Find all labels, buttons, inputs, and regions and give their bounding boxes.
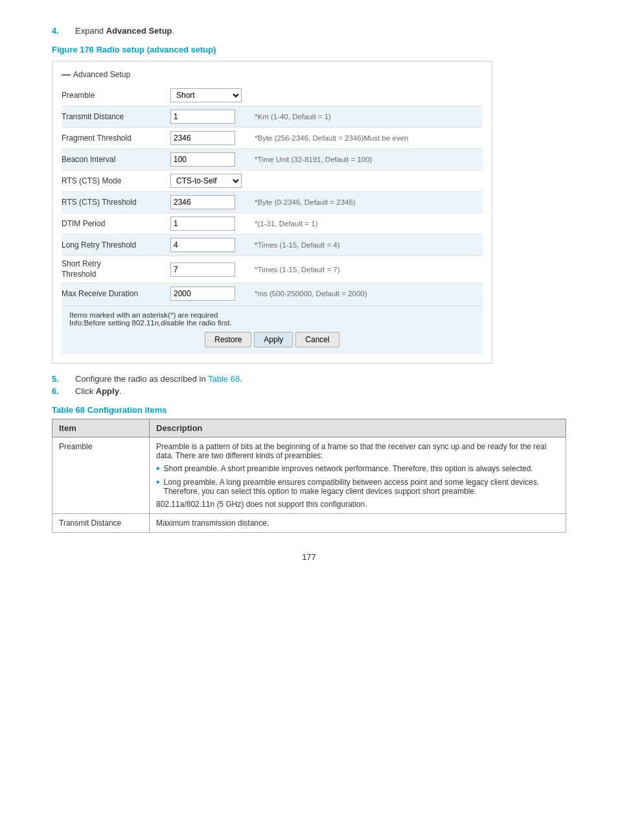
table68-link[interactable]: Table 68 <box>208 374 240 384</box>
preamble-intro: Preamble is a pattern of bits at the beg… <box>156 442 546 460</box>
step-4: 4. Expand Advanced Setup. <box>52 26 566 36</box>
max-receive-duration-input[interactable] <box>170 286 235 301</box>
step-5: 5. Configure the radio as described in T… <box>52 374 566 384</box>
rts-cts-threshold-note: *Byte (0-2346, Default = 2346) <box>249 192 483 213</box>
step-5-number: 5. <box>52 374 71 384</box>
restore-button[interactable]: Restore <box>205 332 251 347</box>
short-retry-threshold-value <box>165 256 249 283</box>
step-6-number: 6. <box>52 386 71 396</box>
long-retry-threshold-value <box>165 235 249 256</box>
rts-cts-threshold-value <box>165 192 249 213</box>
config-transmit-item: Transmit Distance <box>52 514 150 533</box>
advanced-setup-form: Preamble Short Transmit Distance *Km (1-… <box>62 85 483 304</box>
beacon-interval-row: Beacon Interval *Time Unit (32-8191, Def… <box>62 149 483 170</box>
max-receive-duration-label: Max Receive Duration <box>62 283 165 305</box>
apply-button[interactable]: Apply <box>254 332 293 347</box>
rts-cts-mode-value: CTS-to-Self <box>165 170 249 192</box>
transmit-distance-label: Transmit Distance <box>62 106 165 128</box>
rts-cts-mode-note <box>249 170 483 192</box>
column-description: Description <box>150 419 566 438</box>
table-title: Table 68 Configuration items <box>52 405 566 415</box>
beacon-interval-input[interactable] <box>170 152 235 167</box>
button-row: Restore Apply Cancel <box>69 327 475 349</box>
long-retry-threshold-note: *Times (1-15, Default = 4) <box>249 235 483 256</box>
rts-cts-mode-select[interactable]: CTS-to-Self <box>170 174 242 188</box>
transmit-distance-value <box>165 106 249 128</box>
config-preamble-desc: Preamble is a pattern of bits at the beg… <box>150 438 566 514</box>
config-preamble-item: Preamble <box>52 438 150 514</box>
info-line2: Info:Before setting 802.11n,disable the … <box>69 319 475 327</box>
short-retry-threshold-input[interactable] <box>170 262 235 277</box>
advanced-setup-header: — Advanced Setup <box>62 69 483 80</box>
step-6-text: Click Apply. <box>75 386 122 396</box>
beacon-interval-value <box>165 149 249 170</box>
step-4-number: 4. <box>52 26 71 36</box>
info-line1: Items marked with an asterisk(*) are req… <box>69 311 475 319</box>
bullet-icon-2: • <box>156 477 160 487</box>
advanced-setup-box: — Advanced Setup Preamble Short Transmit… <box>52 61 492 364</box>
preamble-note: 802.11a/802.11n (5 GHz) does not support… <box>156 500 559 509</box>
fragment-threshold-row: Fragment Threshold *Byte (256-2346, Defa… <box>62 128 483 149</box>
config-table-header-row: Item Description <box>52 419 566 438</box>
fragment-threshold-label: Fragment Threshold <box>62 128 165 149</box>
long-retry-threshold-label: Long Retry Threshold <box>62 235 165 256</box>
max-receive-duration-row: Max Receive Duration *ms (500-250000, De… <box>62 283 483 305</box>
long-retry-threshold-input[interactable] <box>170 238 235 252</box>
transmit-distance-row: Transmit Distance *Km (1-40, Default = 1… <box>62 106 483 128</box>
long-retry-threshold-row: Long Retry Threshold *Times (1-15, Defau… <box>62 235 483 256</box>
preamble-bullet-1: • Short preamble. A short preamble impro… <box>156 464 559 474</box>
dtim-period-value <box>165 213 249 235</box>
max-receive-duration-value <box>165 283 249 305</box>
fragment-threshold-input[interactable] <box>170 131 235 145</box>
column-item: Item <box>52 419 150 438</box>
short-retry-threshold-note: *Times (1-15, Default = 7) <box>249 256 483 283</box>
step-4-text: Expand Advanced Setup. <box>75 26 174 36</box>
preamble-select[interactable]: Short <box>170 88 242 102</box>
step-6: 6. Click Apply. <box>52 386 566 396</box>
short-retry-threshold-row: Short RetryThreshold *Times (1-15, Defau… <box>62 256 483 283</box>
transmit-distance-input[interactable] <box>170 110 235 124</box>
step-5-text: Configure the radio as described in Tabl… <box>75 374 242 384</box>
figure-title: Figure 176 Radio setup (advanced setup) <box>52 45 566 54</box>
rts-cts-mode-row: RTS (CTS) Mode CTS-to-Self <box>62 170 483 192</box>
preamble-value: Short <box>165 85 249 106</box>
bullet-icon-1: • <box>156 463 160 474</box>
beacon-interval-note: *Time Unit (32-8191, Default = 100) <box>249 149 483 170</box>
rts-cts-threshold-row: RTS (CTS) Threshold *Byte (0-2346, Defau… <box>62 192 483 213</box>
preamble-note <box>249 85 483 106</box>
config-preamble-row: Preamble Preamble is a pattern of bits a… <box>52 438 566 514</box>
short-retry-threshold-label: Short RetryThreshold <box>62 256 165 283</box>
fragment-threshold-note: *Byte (256-2346, Default = 2346)Must be … <box>249 128 483 149</box>
transmit-distance-note: *Km (1-40, Default = 1) <box>249 106 483 128</box>
rts-cts-mode-label: RTS (CTS) Mode <box>62 170 165 192</box>
config-table: Item Description Preamble Preamble is a … <box>52 419 566 533</box>
preamble-bullet-2: • Long preamble. A long preamble ensures… <box>156 478 559 496</box>
preamble-row: Preamble Short <box>62 85 483 106</box>
config-transmit-desc: Maximum transmission distance. <box>150 514 566 533</box>
beacon-interval-label: Beacon Interval <box>62 149 165 170</box>
rts-cts-threshold-input[interactable] <box>170 195 235 209</box>
preamble-bullets: • Short preamble. A short preamble impro… <box>156 464 559 496</box>
collapse-icon[interactable]: — <box>62 69 71 80</box>
dtim-period-label: DTIM Period <box>62 213 165 235</box>
preamble-label: Preamble <box>62 85 165 106</box>
max-receive-duration-note: *ms (500-250000, Default = 2000) <box>249 283 483 305</box>
page-number: 177 <box>52 552 566 562</box>
config-transmit-row: Transmit Distance Maximum transmission d… <box>52 514 566 533</box>
cancel-button[interactable]: Cancel <box>295 332 339 347</box>
dtim-period-note: *(1-31, Default = 1) <box>249 213 483 235</box>
dtim-period-row: DTIM Period *(1-31, Default = 1) <box>62 213 483 235</box>
rts-cts-threshold-label: RTS (CTS) Threshold <box>62 192 165 213</box>
dtim-period-input[interactable] <box>170 216 235 231</box>
info-box: Items marked with an asterisk(*) are req… <box>62 305 483 354</box>
fragment-threshold-value <box>165 128 249 149</box>
